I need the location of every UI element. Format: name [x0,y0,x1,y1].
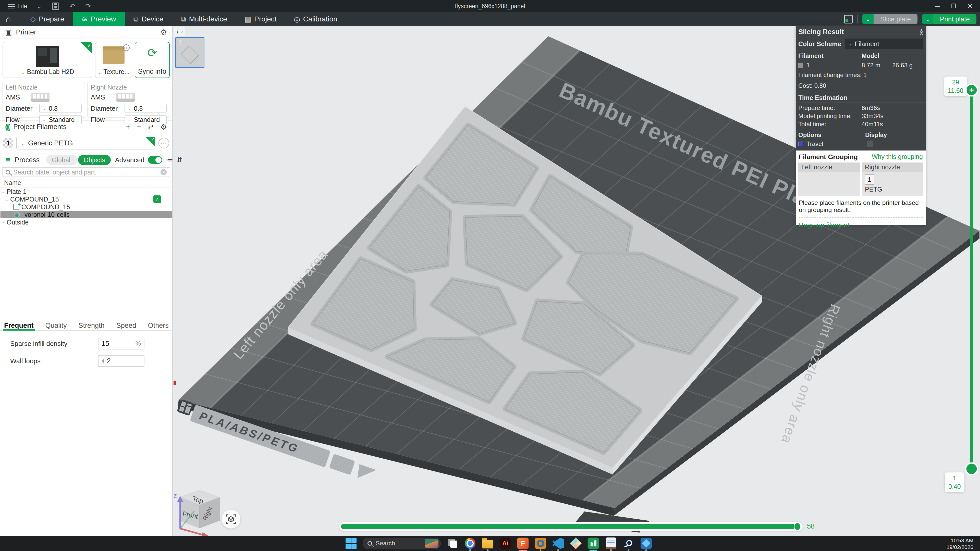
close-button[interactable]: ✕ [967,2,973,10]
collapse-panel-icon[interactable]: ∧∧ [920,29,923,35]
infill-label: Sparse infill density [10,340,98,348]
printer-model-card[interactable]: ⌄ Bambu Lab H2D [3,42,92,78]
pinwheel-app-icon[interactable] [570,537,582,549]
tab-strength[interactable]: Strength [79,322,105,330]
tab-preview[interactable]: ≋ Preview [73,12,125,26]
display-checkbox[interactable] [867,141,873,147]
left-diameter-select[interactable]: ⌄0.8 [39,104,82,113]
tab-device[interactable]: ⧉ Device [125,12,172,26]
fit-view-button[interactable] [221,510,240,529]
tab-speed[interactable]: Speed [116,322,136,330]
filament-slot-badge[interactable]: 1 [3,138,13,148]
slice-plate-button[interactable]: Slice plate [873,14,918,24]
chevron-down-icon[interactable]: ⌄ [0,189,6,194]
chevron-down-icon[interactable]: ⌄ [3,197,10,202]
printer-icon: ▣ [5,28,12,37]
ams-icon[interactable] [31,93,49,102]
undo-icon[interactable]: ↶ [65,2,79,10]
file-menu-chevron-icon[interactable]: ⌄ [32,2,46,10]
build-plate-card[interactable]: i ⌄ Texture... [95,42,132,78]
orange-app-icon[interactable] [535,537,546,549]
chevron-right-icon[interactable]: › [0,220,6,225]
tree-item-voronoi[interactable]: voronoi-10-cells [0,211,172,218]
stepper-arrows-icon[interactable]: ▲▼ [102,359,105,364]
slice-dropdown-chevron-icon[interactable]: ⌄ [862,14,873,24]
option-color-swatch [798,141,803,146]
tab-frequent[interactable]: Frequent [4,322,34,330]
search-input[interactable]: Search plate, object and part. ✕ [2,167,170,177]
model-column-header: Model [862,52,879,59]
advanced-toggle[interactable] [148,156,162,164]
bambu-studio-icon[interactable] [587,537,599,549]
file-explorer-icon[interactable] [482,537,493,549]
tab-others[interactable]: Others [148,322,169,330]
tree-item-compound[interactable]: ⌄ COMPOUND_15 ✓ [0,195,172,203]
color-scheme-select[interactable]: ⌄ Filament [845,38,923,49]
filament-settings-gear-icon[interactable]: ⚙ [160,122,167,131]
layer-slider-bottom-handle[interactable] [966,463,977,475]
collapse-panel-icon[interactable]: ‹▏› [173,27,185,36]
wall-loops-stepper[interactable]: ▲▼ 2 [98,355,145,367]
process-section-title: Process [15,156,40,164]
start-button[interactable] [345,537,357,549]
ams-icon[interactable] [116,93,135,102]
process-global-toggle[interactable]: Global [46,155,77,165]
chrome-icon[interactable] [464,537,476,549]
taskbar-clock[interactable]: 10:53 AM 19/02/2026 [947,537,974,551]
taskbar-search[interactable]: Search [363,538,441,549]
print-dropdown-chevron-icon[interactable]: ⌄ [922,14,933,24]
tab-project[interactable]: ▤ Project [236,12,285,26]
ams-sync-icon[interactable]: ⇄ [148,123,154,131]
printer-settings-gear-icon[interactable]: ⚙ [160,28,167,37]
tab-quality[interactable]: Quality [45,322,67,330]
tab-prepare[interactable]: ◇ Prepare [22,12,73,26]
remove-filament-icon[interactable]: − [137,122,142,131]
print-plate-button[interactable]: Print plate [933,14,977,24]
info-icon[interactable]: i [123,44,130,51]
maximize-button[interactable]: ❐ [951,3,956,10]
process-compare-icon[interactable]: ⇵ [177,156,182,164]
steam-icon[interactable] [623,537,635,549]
fusion360-icon[interactable]: F [517,537,529,549]
process-objects-toggle[interactable]: Objects [78,155,111,165]
step-slider-handle[interactable] [794,523,800,530]
color-scheme-label: Color Scheme [798,40,841,48]
tree-item-outside[interactable]: › Outside [0,218,172,226]
tree-item-compound-part[interactable]: COMPOUND_15 [0,203,172,211]
right-diameter-select[interactable]: ⌄0.8 [124,104,167,113]
tab-multi-device[interactable]: ⧉ Multi-device [172,12,235,26]
notepad-icon[interactable] [605,537,617,549]
filament-select[interactable]: ⌄ Generic PETG [16,137,156,149]
home-button[interactable]: ⌂ [0,12,17,26]
task-view-button[interactable] [447,537,458,549]
filament-more-button[interactable]: ⋯ [159,138,169,148]
plate-thumbnail[interactable]: 1 [175,37,204,68]
navigation-cube[interactable]: Top Front Right z x [173,490,220,536]
photos-icon[interactable] [640,537,652,549]
plate-settings-icon[interactable] [844,15,853,24]
process-list-icon[interactable]: ≔ [166,156,173,164]
total-time-row: Total time:40m11s [796,120,926,128]
illustrator-icon[interactable]: Ai [500,537,511,549]
save-icon[interactable] [52,3,59,10]
minimize-button[interactable]: ─ [935,2,940,10]
add-filament-icon[interactable]: + [126,122,130,131]
vscode-icon[interactable] [552,537,564,549]
infill-input[interactable]: 15 % [98,338,145,349]
slicing-result-title: Slicing Result [798,28,844,36]
redo-icon[interactable]: ↷ [81,2,95,10]
step-slider[interactable] [339,522,803,531]
sync-info-button[interactable]: ⟳ Sync info [135,42,170,78]
regroup-filament-link[interactable]: Regroup filament [799,221,850,229]
tab-calibration[interactable]: ◎ Calibration [285,12,346,26]
clear-search-icon[interactable]: ✕ [161,169,167,175]
object-checkbox[interactable]: ✓ [153,195,161,203]
print-plate-split-button[interactable]: ⌄ Print plate [922,14,977,24]
why-grouping-link[interactable]: Why this grouping [872,153,923,161]
slice-plate-split-button[interactable]: ⌄ Slice plate [862,14,918,24]
device-icon: ⧉ [134,15,138,24]
filament-badge[interactable]: 1 [865,175,874,185]
file-menu[interactable]: File [5,1,30,11]
layer-slider[interactable] [942,71,980,505]
tree-item-plate1[interactable]: ⌄ Plate 1 [0,188,172,195]
